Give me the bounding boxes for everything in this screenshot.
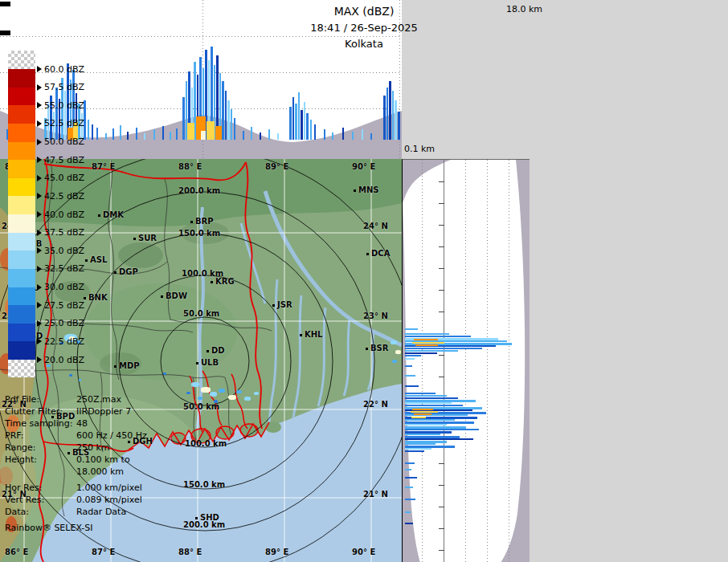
- echo-row: [414, 339, 438, 340]
- side-xsec-echo-layer: [403, 160, 530, 562]
- echo-column: [260, 132, 261, 140]
- echo-row: [405, 375, 415, 377]
- info-row-value: 48: [76, 418, 88, 429]
- echo-row: [405, 328, 418, 330]
- echo-row: [405, 438, 473, 440]
- echo-row: [412, 342, 444, 344]
- echo-column: [362, 129, 363, 140]
- echo-column: [225, 91, 227, 140]
- latitude-label-right: 21° N: [363, 490, 388, 499]
- info-row-label: Clutter Filter:: [5, 406, 63, 417]
- info-row-label: Time sampling:: [5, 418, 72, 429]
- station-marker-dot: [366, 348, 368, 350]
- station-label: DCA: [371, 249, 390, 259]
- echo-column: [332, 132, 333, 140]
- echo-column: [386, 88, 388, 140]
- echo-column: [352, 132, 354, 140]
- info-row-label: Data:: [5, 507, 29, 517]
- station-label: BSR: [370, 344, 389, 353]
- echo-column: [301, 110, 303, 140]
- longitude-label-top: 88° E: [178, 162, 202, 172]
- info-row-value: 0.100 km to: [76, 454, 130, 465]
- echo-column: [395, 100, 397, 140]
- echo-column: [392, 91, 394, 140]
- echo-column: [251, 127, 252, 140]
- echo-row: [405, 448, 431, 450]
- echo-column: [207, 121, 215, 140]
- echo-row: [412, 409, 433, 410]
- echo-column: [268, 129, 270, 140]
- echo-row: [405, 462, 415, 464]
- echo-column: [324, 129, 325, 140]
- info-row-label: PRF:: [5, 430, 23, 441]
- echo-column: [234, 118, 235, 140]
- station-marker-dot: [207, 350, 209, 352]
- range-ring-label: 150.0 km: [183, 480, 225, 490]
- echo-row: [405, 477, 417, 479]
- echo-row: [405, 395, 447, 397]
- station-marker-dot: [211, 281, 213, 283]
- info-row-value: 18.000 km: [76, 466, 124, 477]
- latitude-label-right: 24° N: [363, 222, 388, 231]
- echo-column: [176, 128, 178, 140]
- echo-column: [310, 120, 312, 140]
- range-ring-label: 150.0 km: [178, 229, 220, 238]
- echo-column: [383, 96, 386, 140]
- echo-row: [411, 417, 426, 418]
- longitude-label-bottom: 90° E: [352, 548, 375, 557]
- echo-column: [342, 128, 344, 140]
- range-ring-label: 200.0 km: [178, 186, 220, 196]
- echo-row: [405, 450, 424, 452]
- echo-row: [405, 487, 413, 488]
- echo-row: [405, 393, 436, 394]
- echo-column: [314, 124, 316, 140]
- echo-column: [187, 123, 194, 140]
- info-row-value: Radar Data: [76, 507, 126, 517]
- echo-row: [405, 355, 421, 356]
- station-marker-dot: [366, 253, 369, 255]
- station-label: DD: [211, 346, 225, 356]
- radar-display: 18.0 km 0.1 km: [0, 0, 728, 562]
- echo-column: [227, 100, 230, 140]
- info-row-label: Vert Res:: [5, 495, 44, 505]
- info-row-value: IIRDoppler 7: [76, 406, 131, 417]
- range-ring-label: 100.0 km: [185, 439, 227, 449]
- echo-column: [298, 92, 300, 140]
- range-ring-label: 50.0 km: [183, 402, 219, 412]
- echo-row: [415, 344, 438, 346]
- station-marker-dot: [300, 334, 302, 336]
- echo-column: [295, 104, 297, 140]
- legend-panel: MAX (dBZ) 18:41 / 26-Sep-2025 Kolkata 60…: [0, 0, 166, 562]
- station-marker-dot: [272, 304, 275, 307]
- echo-row: [405, 336, 471, 337]
- longitude-label-top: 90° E: [352, 162, 375, 172]
- echo-row: [411, 411, 438, 413]
- echo-row: [405, 424, 447, 426]
- station-label: BDW: [166, 291, 187, 301]
- echo-column: [215, 126, 222, 140]
- echo-row: [405, 365, 412, 367]
- echo-column: [389, 81, 391, 140]
- echo-row: [405, 350, 458, 352]
- range-ring-label: 200.0 km: [183, 520, 225, 530]
- echo-row: [405, 385, 419, 387]
- height-axis-min-label: 0.1 km: [404, 144, 435, 154]
- info-row-value: 600 Hz / 450 Hz: [76, 430, 147, 441]
- echo-row: [405, 443, 436, 445]
- echo-row: [405, 429, 479, 430]
- echo-column: [201, 131, 206, 140]
- station-label: KHL: [305, 330, 323, 340]
- echo-column: [304, 102, 305, 140]
- echo-column: [289, 107, 292, 140]
- echo-row: [405, 333, 449, 335]
- station-marker-dot: [195, 517, 198, 519]
- echo-column: [170, 132, 171, 140]
- echo-column: [222, 81, 224, 140]
- echo-row: [405, 469, 411, 470]
- latitude-label-right: 23° N: [363, 312, 388, 321]
- latitude-label-right: 22° N: [363, 400, 388, 409]
- longitude-label-bottom: 88° E: [178, 548, 202, 557]
- echo-row: [405, 397, 458, 399]
- echo-row: [405, 499, 415, 500]
- echo-column: [292, 97, 294, 140]
